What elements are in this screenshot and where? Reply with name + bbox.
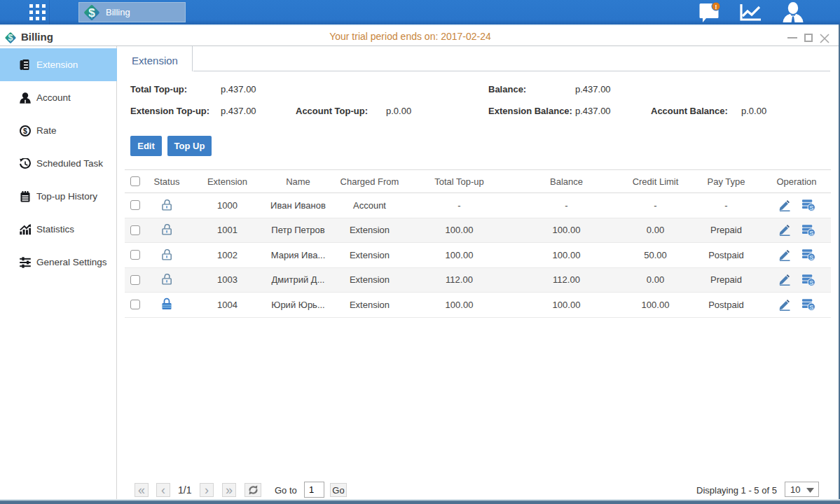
svg-text:S: S xyxy=(809,304,813,311)
svg-text:S: S xyxy=(809,279,813,286)
svg-text:$: $ xyxy=(88,6,95,20)
svg-text:!: ! xyxy=(715,4,717,10)
svg-text:S: S xyxy=(809,204,813,211)
svg-text:S: S xyxy=(809,254,813,261)
svg-text:$: $ xyxy=(23,127,27,135)
svg-text:S: S xyxy=(809,229,813,236)
